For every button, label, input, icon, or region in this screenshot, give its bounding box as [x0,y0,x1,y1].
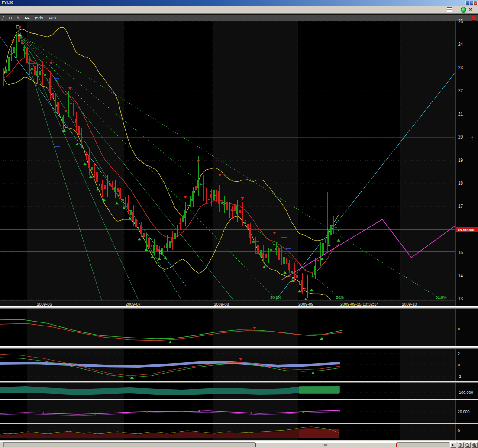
indicator-panel-ribbon[interactable] [0,383,455,399]
connection-status-icon [461,7,466,13]
close-button[interactable]: × [474,1,478,5]
indicator-axis-label: 20.000 [458,409,470,414]
indicator-panel-oscillator-1[interactable] [0,309,455,346]
data-grid-icon[interactable] [447,7,452,12]
close-chart-icon[interactable]: × [469,7,472,12]
pane-close-button[interactable] [472,16,476,21]
chart-toolbar: ╱LI✎FF⇄ZhL↦HL [0,14,478,21]
scroll-range-end-tick [396,443,397,447]
price-tick-label: 13 [458,297,463,301]
scrollbar-grip[interactable]: III [324,443,328,447]
status-bar: III ▶ [0,441,478,448]
main-chart-canvas[interactable]: 38.2%50%61.8% [0,21,455,300]
indicator-panel-ma-line[interactable] [0,400,455,423]
scrollbar-thumb[interactable]: III [255,442,397,447]
price-tick-label: 15 [458,250,463,255]
price-tick-label: 21 [458,112,463,116]
app-window: FYI.30 _ □ × × ╱LI✎FF⇄ZhL↦HL 38.2%50%61.… [0,0,478,448]
window-title: FYI.30 [2,0,13,5]
axis-scroll-icons[interactable]: ▲▼ [471,135,474,141]
panel-splitter[interactable] [0,399,478,400]
time-axis[interactable]: 2009-062009-072009-082009-092009-102009-… [0,300,455,306]
price-tick-label: 18 [458,181,463,186]
panel-splitter[interactable] [0,346,478,349]
zoom-box-button[interactable] [472,442,478,448]
price-axis[interactable]: ▲▼ 2524232221201918171615141315.99900020… [455,21,478,440]
time-axis-label: 2009-07 [126,302,141,306]
fib-level-label: 38.2% [270,295,281,300]
time-axis-label: 2009-10 [402,302,417,306]
panel-splitter[interactable] [0,423,478,424]
current-price-tag: 15.99900 [456,227,478,232]
panel-splitter[interactable] [0,306,478,309]
maximize-button[interactable]: □ [470,1,474,5]
time-axis-label: 2009-09 [298,302,313,306]
ff-tool[interactable]: FF [25,16,29,21]
price-tick-label: 14 [458,274,463,278]
price-tick-label: 20 [458,135,463,139]
main-chart[interactable]: 38.2%50%61.8% [0,21,455,300]
zoom-out-icon [465,443,470,448]
indicator-axis-label: -2 [458,374,461,379]
time-axis-label: 2009-08 [214,302,229,306]
fib-level-label: 61.8% [436,295,447,300]
zoom-in-icon [458,443,463,448]
indicator-axis-label: -100.000 [458,390,473,395]
line-tool[interactable]: ╱ [2,16,4,21]
zoom-box-icon [472,443,477,448]
li-tool[interactable]: LI [9,16,12,21]
pan-right-button[interactable]: ▶ [450,442,456,448]
price-tick-label: 17 [458,204,463,209]
toolbar-row: × [0,6,478,14]
titlebar: FYI.30 _ □ × [0,0,478,6]
price-tick-label: 25 [458,19,463,24]
indicator-axis-label: 0 [458,327,460,331]
zoom-out-button[interactable] [465,442,471,448]
pencil-tool[interactable]: ✎ [17,16,20,21]
price-tick-label: 19 [458,158,463,163]
hl-tool[interactable]: ↦HL [49,16,58,21]
scroll-range-start-tick [255,443,256,447]
indicator-axis-label: 2 [458,351,460,356]
price-tick-label: 24 [458,42,463,47]
price-tick-label: 23 [458,65,463,70]
indicator-axis-label: 0 [458,363,460,367]
minimize-button[interactable]: _ [465,1,469,5]
indicator-axis-label: 0 [458,429,460,433]
chart-tool-items: ╱LI✎FF⇄ZhL↦HL [2,16,58,21]
price-tick-label: 22 [458,88,463,93]
indicator-panel-oscillator-2[interactable] [0,349,455,381]
cursor-time-label: 2009-09-15 10:32:14 [340,302,378,306]
zoom-in-button[interactable] [458,442,464,448]
zhl-tool[interactable]: ⇄ZhL [34,16,44,21]
panel-splitter[interactable] [0,381,478,383]
time-axis-label: 2009-06 [37,302,52,306]
indicator-panel-histogram[interactable] [0,424,455,440]
fib-level-label: 50% [336,295,344,300]
